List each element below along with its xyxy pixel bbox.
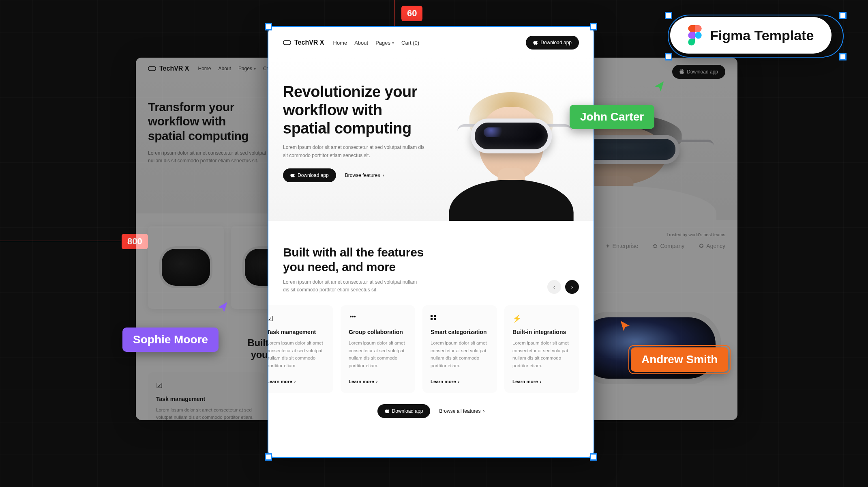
learn-more-label: Learn more <box>349 379 374 384</box>
grid-icon <box>431 314 489 324</box>
chevron-right-icon: › <box>571 284 573 290</box>
logo[interactable]: TechVR X <box>283 39 324 46</box>
browse-all-features-link[interactable]: Browse all features › <box>439 408 484 414</box>
figma-logo-icon <box>688 25 702 45</box>
checklist-icon: ☑ <box>156 381 257 391</box>
svg-rect-6 <box>434 315 436 317</box>
features-cards: ☑ Task management Lorem ipsum dolor sit … <box>283 305 579 393</box>
chevron-left-icon: ‹ <box>553 284 555 290</box>
features-title: Built with all the features you need, an… <box>283 245 424 274</box>
download-app-button[interactable]: Download app <box>526 36 579 50</box>
learn-more-link[interactable]: Learn more› <box>349 369 407 384</box>
learn-more-link[interactable]: Learn more› <box>268 369 325 384</box>
logo-icon <box>148 66 156 71</box>
hero-copy: Revolutionize your workflow with spatial… <box>283 75 432 221</box>
download-app-button[interactable]: Download app <box>283 168 336 182</box>
hero-section: Revolutionize your workflow with spatial… <box>268 58 594 221</box>
hero-description: Lorem ipsum dolor sit amet consectetur a… <box>283 144 429 159</box>
hero-title-line: spatial computing <box>283 120 411 137</box>
nav-about[interactable]: About <box>219 66 231 71</box>
learn-more-label: Learn more <box>431 379 456 384</box>
resize-handle-top-right[interactable] <box>839 12 847 19</box>
download-app-label: Download app <box>687 69 718 75</box>
svg-point-4 <box>354 316 356 317</box>
logo[interactable]: TechVR X <box>148 65 189 72</box>
cursor-sophie <box>216 301 229 313</box>
nav-cart[interactable]: Cart (0) <box>401 40 419 46</box>
measure-line-left <box>0 241 121 241</box>
logo-label: Company <box>660 243 684 249</box>
nav-bar: TechVR X Home About Pages▾ Cart (0) Down… <box>268 27 594 58</box>
features-subtitle: Lorem ipsum dolor sit amet consectetur a… <box>283 278 421 294</box>
learn-more-link[interactable]: Learn more› <box>431 369 489 384</box>
vr-headset-icon <box>159 246 212 288</box>
hero-copy: Transform your workflow with spatial com… <box>148 92 268 213</box>
nav-pages[interactable]: Pages▾ <box>238 66 256 71</box>
cursor-john <box>653 80 665 93</box>
svg-rect-0 <box>148 67 156 71</box>
hero-title-line: workflow with <box>148 114 226 128</box>
plug-icon: ⚡ <box>512 314 571 324</box>
feature-card[interactable]: ☑ Task management Lorem ipsum dolor sit … <box>148 372 265 420</box>
chevron-right-icon: › <box>376 379 378 384</box>
hero-actions: Download app Browse features › <box>283 168 432 182</box>
logo-icon: ✿ <box>653 243 658 249</box>
figma-template-badge[interactable]: Figma Template <box>670 17 832 54</box>
download-app-button[interactable]: Download app <box>377 404 431 418</box>
feature-card[interactable]: Smart categorization Lorem ipsum dolor s… <box>422 305 497 393</box>
artboard-front[interactable]: TechVR X Home About Pages▾ Cart (0) Down… <box>268 27 594 457</box>
download-app-label: Download app <box>298 172 329 178</box>
hero-title-line: workflow with <box>283 101 382 119</box>
product-card[interactable] <box>148 226 224 309</box>
feature-card[interactable]: ☑ Task management Lorem ipsum dolor sit … <box>268 305 333 393</box>
svg-rect-5 <box>431 315 433 317</box>
logo-icon: ✪ <box>699 243 704 249</box>
resize-handle-top-left[interactable] <box>665 12 672 19</box>
feature-card-body: Lorem ipsum dolor sit amet consectetur a… <box>268 339 325 369</box>
feature-card[interactable]: Group collaboration Lorem ipsum dolor si… <box>341 305 415 393</box>
logo-text: TechVR X <box>294 39 324 46</box>
checklist-icon: ☑ <box>268 314 325 324</box>
chevron-right-icon: › <box>294 379 296 384</box>
resize-handle-bottom-left[interactable] <box>665 53 672 60</box>
nav-about[interactable]: About <box>354 40 368 46</box>
chevron-right-icon: › <box>458 379 460 384</box>
logo-icon <box>283 40 291 45</box>
features-title-line: you need, and more <box>283 260 396 274</box>
download-app-button[interactable]: Download app <box>672 65 725 79</box>
nav-home[interactable]: Home <box>333 40 347 46</box>
logo-label: Enterprise <box>613 243 639 249</box>
nav-links: Home About Pages▾ Cart (0) <box>198 66 280 71</box>
name-tag-andrew[interactable]: Andrew Smith <box>631 347 728 372</box>
nav-home[interactable]: Home <box>198 66 211 71</box>
feature-card-title: Group collaboration <box>349 329 407 335</box>
measure-line-top <box>394 0 394 27</box>
hero-title-line: Revolutionize your <box>283 83 417 100</box>
feature-card-title: Task management <box>156 396 257 402</box>
features-section: Built with all the features you need, an… <box>268 221 594 433</box>
resize-handle-bottom-right[interactable] <box>839 53 847 60</box>
svg-point-9 <box>695 32 702 39</box>
nav-pages-label: Pages <box>238 66 252 71</box>
name-tag-label: Sophie Moore <box>133 333 208 346</box>
svg-rect-8 <box>434 318 436 320</box>
chevron-right-icon: › <box>540 379 542 384</box>
apple-icon <box>679 69 684 75</box>
feature-card[interactable]: ⚡ Built-in integrations Lorem ipsum dolo… <box>504 305 579 393</box>
hero-title: Transform your workflow with spatial com… <box>148 100 268 143</box>
name-tag-john[interactable]: John Carter <box>570 105 654 129</box>
learn-more-link[interactable]: Learn more› <box>512 369 571 384</box>
hero-image <box>444 75 579 221</box>
carousel-next-button[interactable]: › <box>565 280 579 294</box>
browse-features-label: Browse features <box>345 172 380 178</box>
measure-badge-top: 60 <box>401 6 422 21</box>
nav-pages[interactable]: Pages▾ <box>375 40 394 46</box>
feature-card-title: Task management <box>268 329 325 335</box>
carousel-prev-button[interactable]: ‹ <box>547 280 561 294</box>
name-tag-sophie[interactable]: Sophie Moore <box>122 328 219 352</box>
browse-features-link[interactable]: Browse features › <box>345 172 384 178</box>
chevron-right-icon: › <box>483 408 484 414</box>
svg-rect-1 <box>283 41 291 45</box>
browse-all-label: Browse all features <box>439 408 480 414</box>
feature-card-body: Lorem ipsum dolor sit amet consectetur a… <box>512 339 571 369</box>
